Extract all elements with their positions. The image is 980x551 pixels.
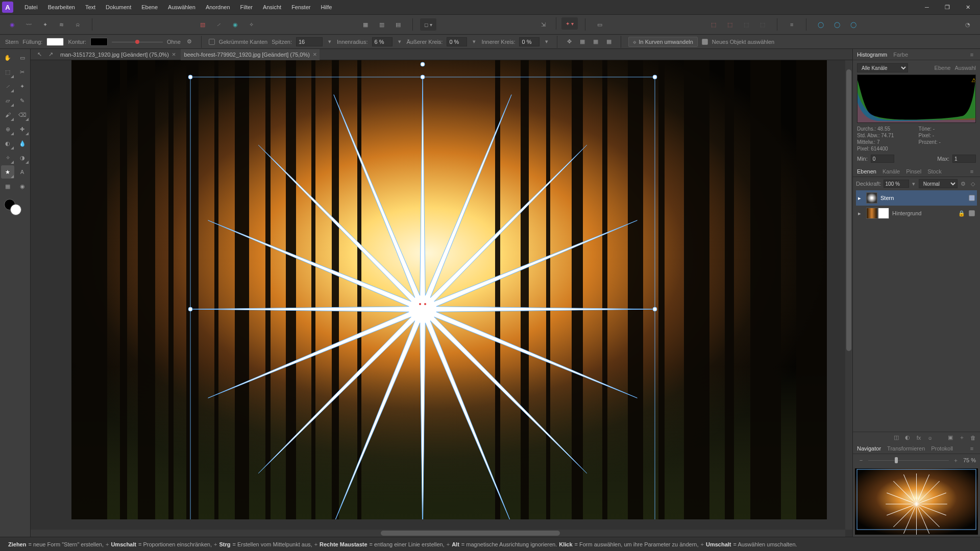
layer-lock-icon[interactable]: ◇	[969, 180, 977, 188]
panel-menu-icon[interactable]: ≡	[968, 51, 976, 59]
tab-histogram[interactable]: Histogramm	[857, 52, 887, 58]
inner-circle-input[interactable]	[519, 37, 540, 46]
eraser-tool[interactable]: ⌫	[16, 108, 29, 121]
menu-fenster[interactable]: Fenster	[286, 0, 315, 14]
arrange-d-icon[interactable]: ⬚	[755, 17, 770, 32]
front-color-well[interactable]	[10, 204, 21, 215]
tab-navigator[interactable]: Navigator	[857, 445, 881, 452]
minimize-button[interactable]: ─	[917, 0, 937, 14]
zoom-in-icon[interactable]: ＋	[952, 456, 960, 464]
snap-b-icon[interactable]: ▦	[578, 37, 587, 46]
brush-select-tool[interactable]: ⟋	[1, 80, 14, 93]
points-input[interactable]	[296, 37, 323, 46]
smudge-tool[interactable]: 💧	[16, 137, 29, 150]
channel-select[interactable]: Alle Kanäle	[857, 63, 908, 72]
horizontal-scrollbar[interactable]	[31, 530, 845, 537]
menu-bearbeiten[interactable]: Bearbeiten	[43, 0, 80, 14]
layer-expand-icon[interactable]: ▸	[858, 195, 863, 202]
tab-channels[interactable]: Kanäle	[883, 168, 900, 174]
tab-transform[interactable]: Transformieren	[887, 445, 925, 452]
tab-color[interactable]: Farbe	[893, 52, 908, 58]
adjustment-layer-icon[interactable]: ◐	[903, 434, 912, 442]
opacity-input[interactable]	[884, 180, 909, 188]
grid-b-icon[interactable]: ▥	[375, 17, 389, 32]
eyedropper-icon[interactable]: ⟋	[212, 17, 226, 32]
new-object-select-checkbox[interactable]	[702, 39, 708, 45]
layer-lock-icon[interactable]: 🔒	[958, 209, 966, 217]
color-format-icon[interactable]: ▧	[195, 17, 210, 32]
panel-menu-icon[interactable]: ≡	[968, 444, 976, 453]
snap-a-icon[interactable]: ✥	[565, 37, 574, 46]
inner-radius-dropdown-icon[interactable]: ▾	[397, 38, 403, 45]
zoom-out-icon[interactable]: −	[857, 456, 865, 464]
menu-dokument[interactable]: Dokument	[101, 0, 136, 14]
persona-liquify-icon[interactable]: 〰	[21, 17, 36, 32]
panel-menu-icon[interactable]: ≡	[968, 167, 976, 176]
heal-tool[interactable]: ✚	[16, 122, 29, 136]
crop-tool[interactable]: ✂	[16, 65, 29, 79]
menu-anordnen[interactable]: Anordnen	[201, 0, 235, 14]
document-tab-0[interactable]: man-3151723_1920.jpg [Geändert] (75,0%) …	[57, 49, 179, 60]
menu-filter[interactable]: Filter	[235, 0, 258, 14]
arrow-tool-icon[interactable]: ↖	[35, 50, 44, 59]
color-wells[interactable]	[1, 197, 29, 217]
menu-text[interactable]: Text	[80, 0, 101, 14]
arrange-dropdown[interactable]: ✦ ▾	[561, 17, 578, 30]
sponge-tool[interactable]: ◑	[16, 151, 29, 164]
node-tool-icon[interactable]: ↗	[46, 50, 55, 59]
live-filter-icon[interactable]: ⌾	[926, 434, 934, 442]
maximize-button[interactable]: ❐	[937, 0, 958, 14]
marquee-tool[interactable]: ▱	[1, 94, 14, 107]
boolean-a-icon[interactable]: ◯	[814, 17, 828, 32]
boolean-c-icon[interactable]: ◯	[846, 17, 861, 32]
color-picker-tool[interactable]: ◉	[16, 180, 29, 193]
account-icon[interactable]: ◔	[961, 17, 975, 32]
menu-hilfe[interactable]: Hilfe	[315, 0, 337, 14]
fill-swatch[interactable]	[46, 38, 64, 46]
tab-history[interactable]: Protokoll	[931, 445, 953, 452]
hist-scope-selection[interactable]: Auswahl	[954, 65, 976, 71]
star-shape[interactable]	[190, 77, 655, 519]
tab-stock[interactable]: Stock	[927, 168, 942, 174]
persona-export-icon[interactable]: ⍾	[70, 17, 85, 32]
stroke-swatch[interactable]	[90, 38, 108, 46]
persona-tone-icon[interactable]: ≋	[54, 17, 68, 32]
canvas[interactable]	[31, 60, 852, 537]
pen-tool[interactable]: ✎	[16, 94, 29, 107]
tab-brushes[interactable]: Pinsel	[906, 168, 921, 174]
stroke-style-label[interactable]: Ohne	[167, 39, 181, 45]
curved-edges-checkbox[interactable]	[209, 39, 215, 45]
preview-icon[interactable]: ▭	[593, 17, 607, 32]
navigator-preview[interactable]	[855, 468, 978, 535]
menu-ansicht[interactable]: Ansicht	[258, 0, 286, 14]
add-layer-icon[interactable]: ＋	[958, 434, 966, 442]
text-tool[interactable]: A	[16, 165, 29, 179]
opacity-dropdown-icon[interactable]: ▾	[911, 181, 917, 187]
group-layer-icon[interactable]: ▣	[946, 434, 954, 442]
max-input[interactable]	[952, 155, 976, 163]
tab-layers[interactable]: Ebenen	[857, 168, 876, 174]
outer-circle-input[interactable]	[447, 37, 467, 46]
hand-tool[interactable]: ✋	[1, 51, 14, 64]
stroke-width-slider[interactable]	[112, 38, 163, 45]
arrange-c-icon[interactable]: ⬚	[739, 17, 753, 32]
mesh-tool[interactable]: ▦	[1, 180, 14, 193]
color-wheel-icon[interactable]: ◉	[228, 17, 242, 32]
snap-d-icon[interactable]: ▦	[604, 37, 614, 46]
zoom-slider[interactable]	[868, 457, 949, 464]
move-tool[interactable]: ▭	[16, 51, 29, 64]
document-tab-1[interactable]: beech-forest-779902_1920.jpg [Geändert] …	[181, 49, 320, 60]
outer-circle-dropdown-icon[interactable]: ▾	[471, 38, 477, 45]
inner-radius-input[interactable]	[372, 37, 393, 46]
inner-circle-dropdown-icon[interactable]: ▾	[544, 38, 550, 45]
menu-auswählen[interactable]: Auswählen	[163, 0, 201, 14]
grid-c-icon[interactable]: ▤	[391, 17, 405, 32]
grid-a-icon[interactable]: ▦	[358, 17, 373, 32]
points-dropdown-icon[interactable]: ▾	[327, 38, 333, 45]
delete-layer-icon[interactable]: 🗑	[969, 434, 977, 442]
layer-row[interactable]: ▸ Hintergrund 🔒	[856, 206, 977, 221]
selection-tool[interactable]: ⬚	[1, 65, 14, 79]
distribute-icon[interactable]: ≡	[785, 17, 799, 32]
close-window-button[interactable]: ✕	[958, 0, 978, 14]
align-icon[interactable]: ⇲	[536, 17, 551, 32]
